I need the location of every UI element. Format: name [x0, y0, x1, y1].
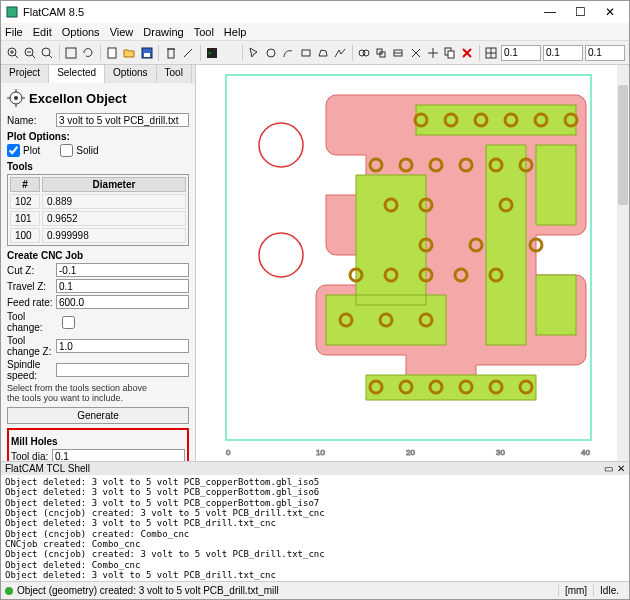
shell-title: FlatCAM TCL Shell — [5, 463, 90, 474]
tab-tool[interactable]: Tool — [157, 65, 192, 83]
svg-rect-14 — [168, 49, 174, 58]
panel-body: Excellon Object Name: Plot Options: Plot… — [1, 83, 195, 461]
svg-rect-0 — [7, 7, 17, 17]
plot-checkbox[interactable] — [7, 144, 20, 157]
intersect-icon[interactable] — [374, 44, 389, 62]
circle-icon[interactable] — [264, 44, 279, 62]
shell-icon[interactable]: > — [204, 44, 219, 62]
spindle-input[interactable] — [56, 363, 189, 377]
table-row: 1010.9652 — [10, 211, 186, 226]
delete-icon[interactable] — [163, 44, 178, 62]
shell-float-icon[interactable]: ▭ — [604, 463, 613, 474]
toolchangez-label: Tool change Z: — [7, 335, 56, 357]
svg-rect-13 — [144, 53, 150, 57]
mill-holes-section: Mill Holes Tool dia: Select from the too… — [7, 428, 189, 461]
generate-button[interactable]: Generate — [7, 407, 189, 424]
svg-text:10: 10 — [316, 448, 325, 457]
tcl-shell-panel: FlatCAM TCL Shell ▭ ✕ Object deleted: 3 … — [1, 461, 629, 581]
canvas-scrollbar[interactable] — [617, 65, 629, 461]
toolchangez-input[interactable] — [56, 339, 189, 353]
mill-label: Mill Holes — [11, 436, 185, 447]
feed-label: Feed rate: — [7, 297, 56, 308]
subtract-icon[interactable] — [391, 44, 406, 62]
panel-tabs: Project Selected Options Tool — [1, 65, 195, 83]
menu-help[interactable]: Help — [224, 26, 247, 38]
cutz-label: Cut Z: — [7, 265, 56, 276]
svg-point-46 — [259, 233, 303, 277]
tab-selected[interactable]: Selected — [49, 65, 105, 83]
help-text-1: Select from the tools section above the … — [7, 383, 189, 403]
tools-table[interactable]: #Diameter 1020.889 1010.9652 1000.999998 — [7, 174, 189, 246]
grid-x-input[interactable] — [501, 45, 541, 61]
statusbar: Object (geometry) created: 3 volt to 5 v… — [1, 581, 629, 599]
svg-text:0: 0 — [226, 448, 231, 457]
spindle-label: Spindle speed: — [7, 359, 56, 381]
svg-rect-32 — [448, 51, 454, 58]
new-icon[interactable] — [105, 44, 120, 62]
grid-y-input[interactable] — [543, 45, 583, 61]
maximize-button[interactable]: ☐ — [565, 5, 595, 19]
zoom-fit-icon[interactable] — [39, 44, 54, 62]
tab-options[interactable]: Options — [105, 65, 156, 83]
open-icon[interactable] — [122, 44, 137, 62]
union-icon[interactable] — [356, 44, 371, 62]
grid-icon[interactable] — [484, 44, 499, 62]
menu-file[interactable]: File — [5, 26, 23, 38]
close-button[interactable]: ✕ — [595, 5, 625, 19]
svg-rect-10 — [66, 48, 76, 58]
titlebar: FlatCAM 8.5 — ☐ ✕ — [1, 1, 629, 23]
svg-rect-20 — [302, 50, 310, 56]
poly-icon[interactable] — [315, 44, 330, 62]
shell-output[interactable]: Object deleted: 3 volt to 5 volt PCB_cop… — [1, 475, 629, 581]
edit-icon[interactable] — [180, 44, 195, 62]
status-units: [mm] — [558, 585, 593, 596]
copy-icon[interactable] — [442, 44, 457, 62]
rect-icon[interactable] — [298, 44, 313, 62]
cut-icon[interactable] — [408, 44, 423, 62]
replot-icon[interactable] — [81, 44, 96, 62]
minimize-button[interactable]: — — [535, 5, 565, 19]
svg-line-6 — [32, 55, 35, 58]
svg-point-19 — [267, 49, 275, 57]
app-icon — [5, 5, 19, 19]
grid-gap-input[interactable] — [585, 45, 625, 61]
menu-tool[interactable]: Tool — [194, 26, 214, 38]
travelz-label: Travel Z: — [7, 281, 56, 292]
pointer-icon[interactable] — [246, 44, 261, 62]
svg-rect-11 — [108, 48, 116, 58]
solid-checkbox[interactable] — [60, 144, 73, 157]
menu-edit[interactable]: Edit — [33, 26, 52, 38]
path-icon[interactable] — [332, 44, 347, 62]
feed-input[interactable] — [56, 295, 189, 309]
menu-drawing[interactable]: Drawing — [143, 26, 183, 38]
arc-icon[interactable] — [281, 44, 296, 62]
svg-text:40: 40 — [581, 448, 590, 457]
save-icon[interactable] — [139, 44, 154, 62]
tooldia-input[interactable] — [52, 449, 185, 461]
app-title: FlatCAM 8.5 — [23, 6, 84, 18]
name-input[interactable] — [56, 113, 189, 127]
menu-options[interactable]: Options — [62, 26, 100, 38]
menubar: File Edit Options View Drawing Tool Help — [1, 23, 629, 41]
zoom-out-icon[interactable] — [22, 44, 37, 62]
clear-plot-icon[interactable] — [63, 44, 78, 62]
menu-view[interactable]: View — [110, 26, 134, 38]
cutz-input[interactable] — [56, 263, 189, 277]
zoom-in-icon[interactable] — [5, 44, 20, 62]
toolchange-checkbox[interactable] — [62, 316, 75, 329]
svg-point-45 — [259, 123, 303, 167]
status-idle: Idle. — [593, 585, 625, 596]
svg-point-8 — [42, 48, 50, 56]
svg-line-16 — [184, 49, 192, 57]
left-panel: Project Selected Options Tool Excellon O… — [1, 65, 196, 461]
travelz-input[interactable] — [56, 279, 189, 293]
move-icon[interactable] — [425, 44, 440, 62]
tab-project[interactable]: Project — [1, 65, 49, 83]
svg-text:20: 20 — [406, 448, 415, 457]
plot-canvas[interactable]: 010203040 — [196, 65, 629, 461]
toolbar: > — [1, 41, 629, 65]
shell-close-icon[interactable]: ✕ — [617, 463, 625, 474]
svg-text:>: > — [208, 50, 212, 56]
delete2-icon[interactable] — [460, 44, 475, 62]
table-row: 1000.999998 — [10, 228, 186, 243]
